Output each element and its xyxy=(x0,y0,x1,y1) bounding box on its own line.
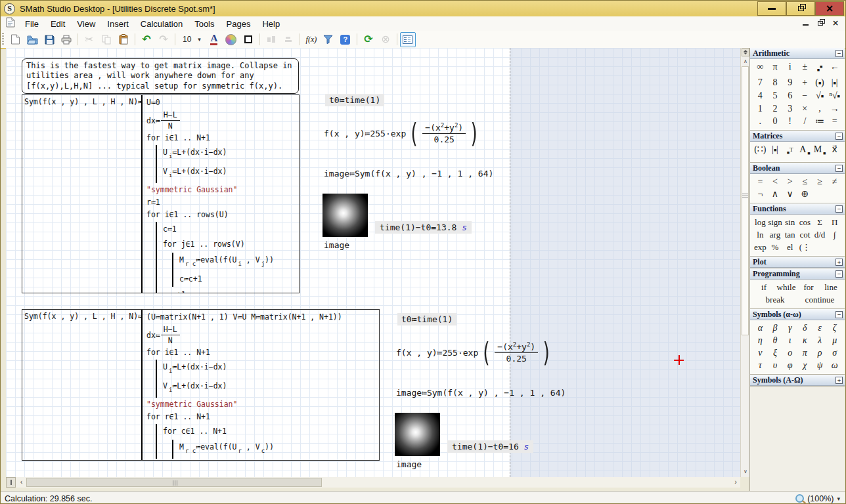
menu-item-view[interactable]: View xyxy=(71,18,101,30)
palette-button[interactable]: ∞ xyxy=(753,61,768,76)
close-button[interactable]: × xyxy=(815,1,844,16)
palette-button[interactable]: break xyxy=(753,294,797,306)
palette-button[interactable]: , xyxy=(813,103,828,115)
palette-button[interactable]: ln xyxy=(753,229,768,241)
image-assignment[interactable]: image≔Sym(f(x , y) , −1 , 1 , 64) xyxy=(324,169,493,178)
palette-button[interactable]: η xyxy=(753,335,768,346)
new-button[interactable] xyxy=(7,32,23,47)
palette-button[interactable]: ε xyxy=(813,322,828,334)
palette-button[interactable]: ■■ xyxy=(813,61,828,76)
panel-header[interactable]: Boolean− xyxy=(750,163,845,174)
math-line[interactable]: for j∈1 .. rows(V) xyxy=(163,237,299,252)
math-line[interactable]: for i∈1 .. N+1 xyxy=(146,346,379,359)
math-line[interactable]: dx≔H−LN xyxy=(146,110,299,131)
vertical-splitter-handle[interactable] xyxy=(742,48,749,56)
palette-button[interactable]: 0 xyxy=(768,116,783,127)
restore-button[interactable] xyxy=(786,1,815,16)
palette-button[interactable]: ∫ xyxy=(827,229,842,241)
math-line[interactable]: Vi≔L+(dx·i−dx) xyxy=(163,379,379,398)
scroll-up-button[interactable]: ∧ xyxy=(741,57,750,66)
palette-button[interactable]: 4 xyxy=(753,90,768,102)
palette-button[interactable]: . xyxy=(753,116,768,127)
worksheet-canvas[interactable]: This is the fastest way to get matrix im… xyxy=(6,48,740,477)
palette-button[interactable]: ! xyxy=(782,116,797,127)
f-definition[interactable]: f(x , y)≔255·exp(−(x2+y2)0.25) xyxy=(396,339,554,366)
math-line[interactable]: M xyxy=(146,459,379,460)
panel-header[interactable]: Functions− xyxy=(750,203,845,215)
panel-header[interactable]: Plot+ xyxy=(750,257,845,268)
palette-button[interactable]: ≔ xyxy=(813,116,828,127)
copy-button[interactable] xyxy=(99,32,114,47)
mdi-close-button[interactable]: × xyxy=(832,18,839,28)
undo-button[interactable]: ↶ xyxy=(139,32,154,47)
vertical-scrollbar-grip[interactable] xyxy=(742,194,748,198)
menu-item-tools[interactable]: Tools xyxy=(189,18,220,30)
collapse-icon[interactable]: − xyxy=(835,205,843,213)
palette-button[interactable]: κ xyxy=(797,335,813,346)
palette-button[interactable]: x⃗ xyxy=(827,144,842,159)
math-line[interactable]: Mr c≔eval(f(Ur , Vc)) xyxy=(179,440,379,459)
math-line[interactable]: (U≔matrix(N+1 , 1) V≔U M≔matrix(N+1 , N+… xyxy=(146,311,379,324)
palette-button[interactable]: / xyxy=(797,116,813,127)
image-assignment[interactable]: image≔Sym(f(x , y) , −1 , 1 , 64) xyxy=(396,388,566,398)
palette-button[interactable]: θ xyxy=(768,335,783,346)
palette-button[interactable]: υ xyxy=(768,360,783,371)
palette-button[interactable]: 5 xyxy=(768,90,783,102)
palette-button[interactable]: d/d xyxy=(813,229,828,241)
collapse-icon[interactable]: − xyxy=(835,50,843,57)
interrupt-button[interactable]: ⊗ xyxy=(378,32,393,47)
palette-button[interactable]: (■) xyxy=(813,77,828,89)
scroll-down-button[interactable]: ∨ xyxy=(741,467,750,476)
palette-button[interactable]: σ xyxy=(827,347,842,359)
palette-button[interactable]: 9 xyxy=(782,77,797,89)
f-definition[interactable]: f(x , y)≔255·exp(−(x2+y2)0.25) xyxy=(324,120,482,146)
reference-button[interactable]: ? xyxy=(338,32,353,47)
t0-assignment[interactable]: t0≔time(1) xyxy=(325,94,384,106)
palette-button[interactable]: 7 xyxy=(753,77,768,89)
panel-header[interactable]: Matrices− xyxy=(750,131,845,142)
save-button[interactable] xyxy=(41,32,57,47)
palette-button[interactable]: τ xyxy=(753,360,768,371)
palette-button[interactable]: ¬ xyxy=(753,188,768,200)
align-horizontal-button[interactable] xyxy=(263,32,279,47)
insert-unit-button[interactable] xyxy=(321,32,336,47)
palette-button[interactable]: ι xyxy=(782,335,797,346)
palette-button[interactable]: = xyxy=(827,116,842,127)
palette-button[interactable]: |■| xyxy=(768,144,783,159)
palette-button[interactable]: for xyxy=(797,282,820,293)
menu-item-calculation[interactable]: Calculation xyxy=(135,18,189,30)
palette-button[interactable]: continue xyxy=(797,294,842,306)
palette-button[interactable]: = xyxy=(753,176,768,188)
palette-button[interactable]: ⊕ xyxy=(797,188,813,200)
palette-button[interactable]: χ xyxy=(797,360,813,371)
recalculate-button[interactable]: ⟳ xyxy=(361,32,376,47)
palette-button[interactable]: ω xyxy=(827,360,842,371)
comment-string[interactable]: "symmetric Gaussian" xyxy=(146,398,379,411)
palette-button[interactable]: ν xyxy=(753,347,768,359)
palette-button[interactable]: Σ xyxy=(813,217,828,228)
time-result[interactable]: time(1)−t0=16 s xyxy=(447,440,533,453)
vertical-scrollbar[interactable]: ∧ ∨ xyxy=(740,48,749,477)
palette-button[interactable]: cos xyxy=(797,217,813,228)
scroll-right-button[interactable]: › xyxy=(731,477,740,488)
palette-button[interactable]: A■ xyxy=(797,144,813,159)
insert-function-button[interactable]: f(x) xyxy=(303,32,319,47)
time-result[interactable]: time(1)−t0=13.8 s xyxy=(375,221,472,234)
palette-button[interactable]: δ xyxy=(797,322,813,334)
palette-button[interactable]: sin xyxy=(782,217,797,228)
t0-assignment[interactable]: t0≔time(1) xyxy=(397,313,456,326)
palette-button[interactable]: ξ xyxy=(768,347,783,359)
palette-button[interactable]: φ xyxy=(782,360,797,371)
math-line[interactable]: for c∈1 .. N+1 xyxy=(163,424,379,439)
palette-button[interactable]: 6 xyxy=(782,90,797,102)
palette-button[interactable]: i xyxy=(782,61,797,76)
palette-button[interactable]: γ xyxy=(782,322,797,334)
palette-button[interactable]: ζ xyxy=(827,322,842,334)
math-line[interactable]: Mr c≔eval(f(Ui , Vj)) xyxy=(179,253,299,272)
palette-button[interactable]: → xyxy=(827,103,842,115)
panel-header[interactable]: Symbols (α-ω)− xyxy=(750,309,845,320)
menu-item-edit[interactable]: Edit xyxy=(45,18,71,30)
mdi-restore-button[interactable] xyxy=(818,18,823,28)
menu-item-help[interactable]: Help xyxy=(256,18,286,30)
palette-button[interactable]: ± xyxy=(797,61,813,76)
